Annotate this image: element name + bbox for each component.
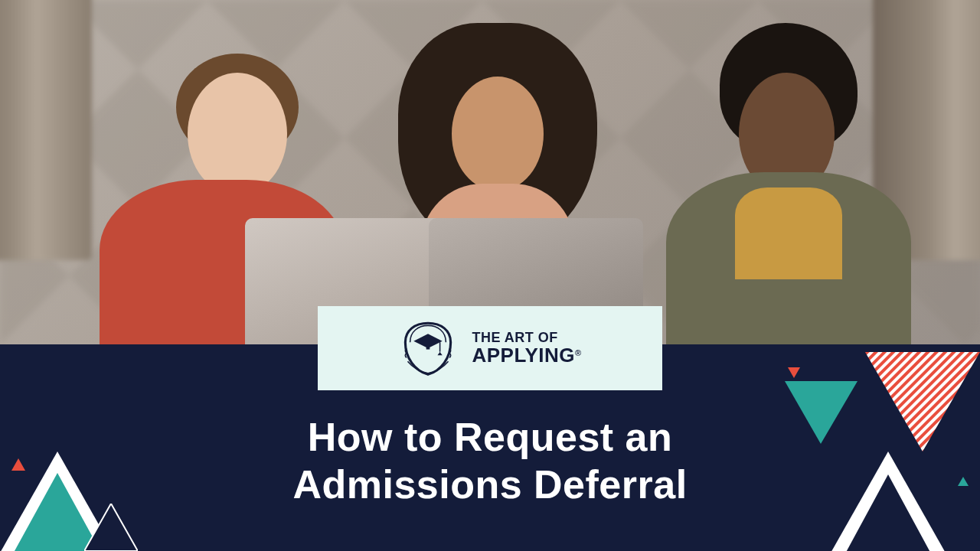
svg-marker-12 — [865, 352, 980, 452]
svg-marker-15 — [958, 477, 969, 486]
inner-shirt — [735, 187, 842, 279]
svg-marker-9 — [785, 381, 858, 444]
triangle-large-icon — [823, 452, 953, 551]
svg-marker-3 — [438, 352, 443, 356]
svg-marker-7 — [84, 504, 138, 551]
brand-line2: APPLYING — [472, 344, 575, 367]
crest-icon — [398, 318, 458, 378]
promo-graphic: THE ART OF APPLYING® How to Request an A… — [0, 0, 980, 551]
hero-photo — [0, 0, 980, 352]
svg-marker-14 — [838, 474, 938, 551]
head — [188, 73, 287, 195]
head — [452, 77, 544, 191]
svg-marker-8 — [788, 367, 800, 378]
triangle-striped-icon — [865, 352, 980, 452]
triangle-small-icon — [84, 504, 138, 551]
svg-marker-0 — [414, 334, 443, 348]
triangle-teal-icon — [785, 381, 858, 444]
bg-column-left — [0, 0, 92, 260]
brand-logo-box: THE ART OF APPLYING® — [318, 306, 662, 390]
triangle-tiny-icon — [958, 477, 969, 486]
svg-rect-1 — [426, 347, 430, 349]
registered-mark: ® — [575, 347, 582, 357]
person-right — [643, 15, 934, 352]
brand-text: THE ART OF APPLYING® — [472, 331, 581, 366]
triangle-accent-icon — [788, 367, 800, 378]
